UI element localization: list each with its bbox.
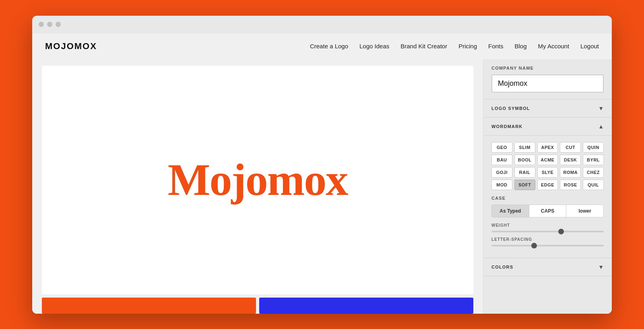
navbar: MOJOMOX Create a Logo Logo Ideas Brand K… — [32, 33, 612, 59]
site-logo[interactable]: MOJOMOX — [45, 41, 97, 52]
font-btn-desk[interactable]: DESK — [560, 155, 581, 165]
wordmark-chevron-icon: ▲ — [598, 123, 604, 130]
navbar-links: Create a Logo Logo Ideas Brand Kit Creat… — [310, 43, 599, 50]
colors-chevron-icon: ▼ — [598, 264, 604, 270]
letter-spacing-label: LETTER-SPACING — [491, 237, 604, 242]
nav-logout[interactable]: Logout — [580, 43, 599, 50]
nav-create-logo[interactable]: Create a Logo — [310, 43, 348, 50]
font-btn-edge[interactable]: EDGE — [537, 180, 558, 190]
logo-symbol-chevron-icon: ▼ — [598, 105, 604, 112]
letter-spacing-track[interactable] — [491, 245, 604, 246]
font-btn-roma[interactable]: ROMA — [560, 167, 581, 178]
font-btn-apex[interactable]: APEX — [537, 142, 558, 153]
colors-header[interactable]: COLORS ▼ — [483, 258, 612, 276]
nav-fonts[interactable]: Fonts — [488, 43, 504, 50]
browser-dot-green — [56, 22, 61, 27]
case-btn-as-typed[interactable]: As Typed — [492, 205, 529, 217]
font-btn-soft[interactable]: SOFT — [514, 180, 535, 190]
weight-thumb[interactable] — [558, 229, 564, 234]
canvas-bottom-bar — [42, 298, 473, 314]
nav-blog[interactable]: Blog — [515, 43, 527, 50]
font-btn-byrl[interactable]: BYRL — [583, 155, 604, 165]
wordmark-label: WORDMARK — [491, 124, 522, 129]
font-btn-quil[interactable]: QUIL — [583, 180, 604, 190]
letter-spacing-thumb[interactable] — [531, 243, 537, 248]
nav-brand-kit[interactable]: Brand Kit Creator — [400, 43, 447, 50]
nav-pricing[interactable]: Pricing — [458, 43, 477, 50]
browser-chrome — [32, 16, 612, 33]
weight-track[interactable] — [491, 231, 604, 232]
colors-label: COLORS — [491, 265, 513, 269]
browser-dot-yellow — [47, 22, 52, 27]
case-buttons: As Typed CAPS lower — [491, 205, 604, 217]
case-btn-lower[interactable]: lower — [566, 205, 603, 217]
company-name-section: COMPANY NAME — [483, 59, 612, 99]
case-btn-caps[interactable]: CAPS — [529, 205, 567, 217]
font-btn-rail[interactable]: RAIL — [514, 167, 535, 178]
company-name-input[interactable] — [491, 74, 604, 93]
browser-dot-red — [39, 22, 44, 27]
main-area: Mojomox COMPANY NAME LOGO SYMBOL ▼ — [32, 59, 612, 314]
weight-section: WEIGHT — [491, 223, 604, 232]
font-btn-quin[interactable]: QUIN — [583, 142, 604, 153]
case-section: CASE As Typed CAPS lower — [491, 196, 604, 217]
weight-label: WEIGHT — [491, 223, 604, 228]
logo-symbol-header[interactable]: LOGO SYMBOL ▼ — [483, 99, 612, 118]
font-btn-bau[interactable]: BAU — [491, 155, 512, 165]
logo-symbol-label: LOGO SYMBOL — [491, 106, 530, 111]
company-name-label: COMPANY NAME — [491, 66, 604, 70]
color-swatch-orange[interactable] — [42, 298, 256, 314]
font-btn-cut[interactable]: CUT — [560, 142, 581, 153]
color-swatch-blue[interactable] — [259, 298, 473, 314]
font-btn-mod[interactable]: MOD — [491, 180, 512, 190]
font-grid: GEO SLIM APEX CUT QUIN BAU BOOL ACME DES… — [491, 142, 604, 190]
font-btn-chez[interactable]: CHEZ — [583, 167, 604, 178]
font-btn-goji[interactable]: GOJI — [491, 167, 512, 178]
canvas-area: Mojomox — [32, 59, 483, 314]
font-btn-slim[interactable]: SLIM — [514, 142, 535, 153]
font-btn-rose[interactable]: ROSE — [560, 180, 581, 190]
font-btn-acme[interactable]: ACME — [537, 155, 558, 165]
font-btn-slye[interactable]: SLYE — [537, 167, 558, 178]
wordmark-header[interactable]: WORDMARK ▲ — [483, 118, 612, 136]
browser-content: MOJOMOX Create a Logo Logo Ideas Brand K… — [32, 33, 612, 314]
wordmark-section: GEO SLIM APEX CUT QUIN BAU BOOL ACME DES… — [483, 136, 612, 258]
font-btn-geo[interactable]: GEO — [491, 142, 512, 153]
nav-my-account[interactable]: My Account — [538, 43, 570, 50]
letter-spacing-section: LETTER-SPACING — [491, 237, 604, 246]
browser-window: MOJOMOX Create a Logo Logo Ideas Brand K… — [32, 16, 612, 314]
case-label: CASE — [491, 196, 604, 201]
font-btn-bool[interactable]: BOOL — [514, 155, 535, 165]
right-panel: COMPANY NAME LOGO SYMBOL ▼ WORDMARK ▲ GE — [483, 59, 612, 314]
nav-logo-ideas[interactable]: Logo Ideas — [359, 43, 389, 50]
logo-preview: Mojomox — [168, 154, 347, 206]
canvas-frame: Mojomox — [42, 66, 473, 294]
